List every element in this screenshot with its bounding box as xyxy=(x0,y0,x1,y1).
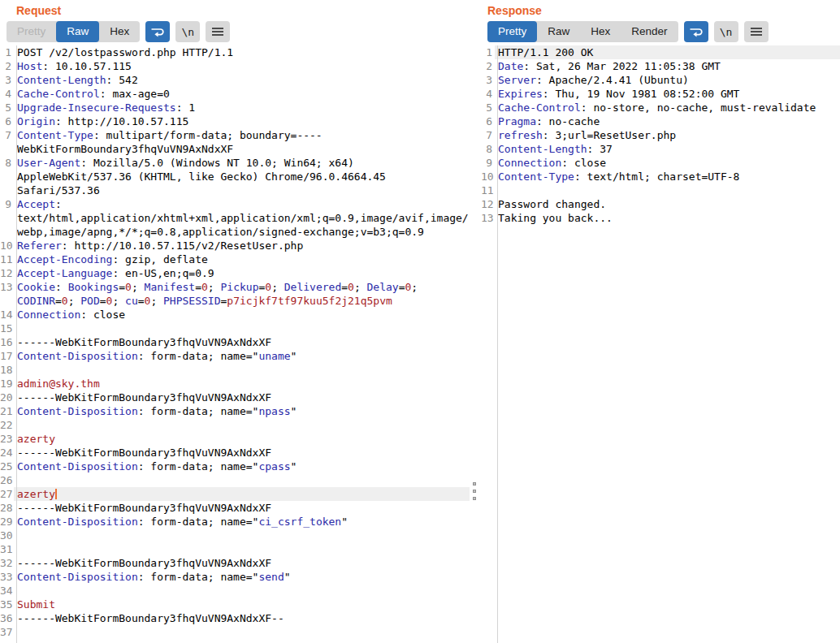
line-text[interactable]: Origin: http://10.10.57.115 xyxy=(14,114,470,128)
newline-icon[interactable]: \n xyxy=(714,21,738,42)
response-title: Response xyxy=(481,0,840,21)
tab-response-hex[interactable]: Hex xyxy=(580,21,621,42)
code-token: p7icjkf7tf97kuu5f2j21q5pvm xyxy=(227,295,392,307)
line-text[interactable] xyxy=(14,584,470,598)
line-text[interactable] xyxy=(14,473,470,487)
menu-icon[interactable] xyxy=(744,21,769,42)
code-token: = xyxy=(119,281,125,293)
line-text[interactable]: Accept-Encoding: gzip, deflate xyxy=(14,252,470,266)
line-text[interactable]: Content-Disposition: form-data; name="cp… xyxy=(14,460,470,473)
code-line: 9Accept: text/html,application/xhtml+xml… xyxy=(0,197,470,239)
line-text[interactable] xyxy=(14,625,470,639)
code-token: Password changed. xyxy=(498,198,606,210)
line-text[interactable]: User-Agent: Mozilla/5.0 (Windows NT 10.0… xyxy=(14,156,470,197)
line-text[interactable]: Content-Disposition: form-data; name="un… xyxy=(14,349,470,363)
line-number: 1 xyxy=(481,45,495,59)
line-text[interactable]: Password changed. xyxy=(495,197,840,211)
code-line: 36------WebKitFormBoundary3fhqVuVN9AxNdx… xyxy=(0,611,470,625)
line-number: 5 xyxy=(0,101,14,114)
line-text[interactable]: Host: 10.10.57.115 xyxy=(14,59,470,73)
code-token: ci_csrf_token xyxy=(258,516,341,528)
code-token: Content-Disposition xyxy=(17,516,138,528)
code-line: 21Content-Disposition: form-data; name="… xyxy=(0,404,470,418)
line-text[interactable] xyxy=(495,183,840,197)
code-line: 22 xyxy=(0,418,470,432)
line-text[interactable] xyxy=(14,542,470,556)
tab-request-pretty[interactable]: Pretty xyxy=(6,21,56,42)
line-text[interactable]: Content-Type: multipart/form-data; bound… xyxy=(14,128,470,156)
tab-response-raw[interactable]: Raw xyxy=(537,21,580,42)
line-number: 7 xyxy=(0,128,14,156)
newline-icon[interactable]: \n xyxy=(175,21,200,42)
splitter-grip-icon[interactable] xyxy=(473,482,476,500)
line-number: 28 xyxy=(0,501,14,515)
line-text[interactable]: Taking you back... xyxy=(495,211,840,225)
line-text[interactable]: ------WebKitFormBoundary3fhqVuVN9AxNdxXF xyxy=(14,556,470,570)
code-token: cu xyxy=(125,295,138,307)
line-text[interactable]: Server: Apache/2.4.41 (Ubuntu) xyxy=(495,73,840,87)
line-text[interactable] xyxy=(14,529,470,542)
line-text[interactable]: ------WebKitFormBoundary3fhqVuVN9AxNdxXF xyxy=(14,335,470,349)
line-text[interactable]: ------WebKitFormBoundary3fhqVuVN9AxNdxXF… xyxy=(14,611,470,625)
code-token: : no-store, no-cache, must-revalidate xyxy=(581,101,816,114)
line-text[interactable]: Pragma: no-cache xyxy=(495,114,840,128)
line-text[interactable] xyxy=(14,418,470,432)
code-line: 6Pragma: no-cache xyxy=(481,114,840,128)
line-text[interactable]: Date: Sat, 26 Mar 2022 11:05:38 GMT xyxy=(495,59,840,73)
word-wrap-icon[interactable] xyxy=(145,21,170,42)
line-text[interactable]: Connection: close xyxy=(14,308,470,322)
code-line: 32------WebKitFormBoundary3fhqVuVN9AxNdx… xyxy=(0,556,470,570)
code-line: 15 xyxy=(0,322,470,335)
line-text[interactable]: Upgrade-Insecure-Requests: 1 xyxy=(14,101,470,114)
tab-response-render[interactable]: Render xyxy=(621,21,678,42)
code-token: Accept-Language xyxy=(17,267,112,279)
code-token: ; xyxy=(354,281,367,293)
line-text[interactable]: admin@sky.thm xyxy=(14,377,470,391)
line-text[interactable]: ------WebKitFormBoundary3fhqVuVN9AxNdxXF xyxy=(14,501,470,515)
code-line: 26 xyxy=(0,473,470,487)
line-text[interactable]: Cache-Control: no-store, no-cache, must-… xyxy=(495,101,840,114)
line-text[interactable]: Content-Length: 37 xyxy=(495,142,840,156)
code-token: : en-US,en;q=0.9 xyxy=(112,267,214,279)
line-text[interactable]: Cookie: Bookings=0; Manifest=0; Pickup=0… xyxy=(14,280,470,308)
line-text[interactable]: Content-Disposition: form-data; name="np… xyxy=(14,404,470,418)
line-text[interactable]: Accept-Language: en-US,en;q=0.9 xyxy=(14,266,470,280)
panel-splitter[interactable] xyxy=(470,0,481,643)
tab-request-raw[interactable]: Raw xyxy=(56,21,99,42)
line-text[interactable]: Connection: close xyxy=(495,156,840,170)
line-text[interactable]: Expires: Thu, 19 Nov 1981 08:52:00 GMT xyxy=(495,87,840,101)
line-text[interactable]: Content-Type: text/html; charset=UTF-8 xyxy=(495,170,840,183)
line-text[interactable]: azerty xyxy=(14,432,470,446)
request-editor[interactable]: 1POST /v2/lostpassword.php HTTP/1.12Host… xyxy=(0,45,470,643)
line-text[interactable]: Content-Disposition: form-data; name="ci… xyxy=(14,515,470,529)
line-text[interactable]: ------WebKitFormBoundary3fhqVuVN9AxNdxXF xyxy=(14,391,470,404)
line-text[interactable]: refresh: 3;url=ResetUser.php xyxy=(495,128,840,142)
code-line: 27azerty xyxy=(0,487,470,501)
code-token: PHPSESSID xyxy=(163,295,220,307)
line-number: 9 xyxy=(481,156,495,170)
response-editor[interactable]: 1HTTP/1.1 200 OK2Date: Sat, 26 Mar 2022 … xyxy=(481,45,840,643)
code-token: : http://10.10.57.115/v2/ResetUser.php xyxy=(62,240,303,252)
line-text[interactable]: ------WebKitFormBoundary3fhqVuVN9AxNdxXF xyxy=(14,446,470,460)
line-text[interactable]: Accept: text/html,application/xhtml+xml,… xyxy=(14,197,470,239)
line-text[interactable]: POST /v2/lostpassword.php HTTP/1.1 xyxy=(14,45,470,59)
line-text[interactable]: Content-Disposition: form-data; name="se… xyxy=(14,570,470,584)
line-text[interactable]: Cache-Control: max-age=0 xyxy=(14,87,470,101)
line-number: 20 xyxy=(0,391,14,404)
code-token: = xyxy=(138,295,145,307)
line-text[interactable]: HTTP/1.1 200 OK xyxy=(495,45,840,59)
code-token: 0 xyxy=(265,281,271,293)
tab-response-pretty[interactable]: Pretty xyxy=(487,21,537,42)
code-line: 4Cache-Control: max-age=0 xyxy=(0,87,470,101)
code-token: " xyxy=(341,516,348,528)
line-text[interactable]: Content-Length: 542 xyxy=(14,73,470,87)
line-text[interactable]: Submit xyxy=(14,598,470,611)
line-text[interactable]: azerty xyxy=(14,487,470,501)
tab-request-hex[interactable]: Hex xyxy=(99,21,140,42)
word-wrap-icon[interactable] xyxy=(684,21,708,42)
menu-icon[interactable] xyxy=(206,21,230,42)
code-token: : close xyxy=(561,157,606,169)
line-text[interactable] xyxy=(14,363,470,377)
line-text[interactable]: Referer: http://10.10.57.115/v2/ResetUse… xyxy=(14,239,470,252)
line-text[interactable] xyxy=(14,322,470,335)
